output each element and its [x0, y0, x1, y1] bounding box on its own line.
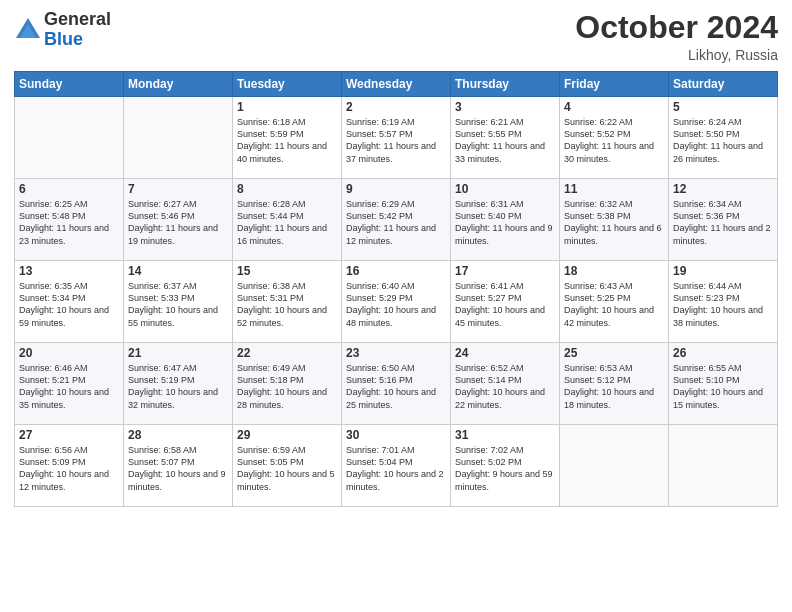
day-number: 9: [346, 182, 446, 196]
logo-blue-text: Blue: [44, 30, 111, 50]
calendar-table: Sunday Monday Tuesday Wednesday Thursday…: [14, 71, 778, 507]
day-info: Sunrise: 6:52 AMSunset: 5:14 PMDaylight:…: [455, 362, 555, 411]
title-block: October 2024 Likhoy, Russia: [575, 10, 778, 63]
day-number: 17: [455, 264, 555, 278]
table-row: 26 Sunrise: 6:55 AMSunset: 5:10 PMDaylig…: [669, 343, 778, 425]
calendar-week-row: 13 Sunrise: 6:35 AMSunset: 5:34 PMDaylig…: [15, 261, 778, 343]
table-row: [15, 97, 124, 179]
day-info: Sunrise: 6:43 AMSunset: 5:25 PMDaylight:…: [564, 280, 664, 329]
day-number: 14: [128, 264, 228, 278]
table-row: 14 Sunrise: 6:37 AMSunset: 5:33 PMDaylig…: [124, 261, 233, 343]
month-title: October 2024: [575, 10, 778, 45]
day-info: Sunrise: 6:29 AMSunset: 5:42 PMDaylight:…: [346, 198, 446, 247]
day-info: Sunrise: 6:56 AMSunset: 5:09 PMDaylight:…: [19, 444, 119, 493]
day-info: Sunrise: 6:53 AMSunset: 5:12 PMDaylight:…: [564, 362, 664, 411]
day-number: 16: [346, 264, 446, 278]
table-row: 18 Sunrise: 6:43 AMSunset: 5:25 PMDaylig…: [560, 261, 669, 343]
table-row: 13 Sunrise: 6:35 AMSunset: 5:34 PMDaylig…: [15, 261, 124, 343]
col-monday: Monday: [124, 72, 233, 97]
day-info: Sunrise: 6:59 AMSunset: 5:05 PMDaylight:…: [237, 444, 337, 493]
day-info: Sunrise: 6:44 AMSunset: 5:23 PMDaylight:…: [673, 280, 773, 329]
day-info: Sunrise: 6:24 AMSunset: 5:50 PMDaylight:…: [673, 116, 773, 165]
logo-icon: [14, 16, 42, 44]
day-number: 24: [455, 346, 555, 360]
day-info: Sunrise: 7:02 AMSunset: 5:02 PMDaylight:…: [455, 444, 555, 493]
day-number: 13: [19, 264, 119, 278]
day-number: 23: [346, 346, 446, 360]
day-info: Sunrise: 6:19 AMSunset: 5:57 PMDaylight:…: [346, 116, 446, 165]
day-info: Sunrise: 6:31 AMSunset: 5:40 PMDaylight:…: [455, 198, 555, 247]
day-number: 3: [455, 100, 555, 114]
col-sunday: Sunday: [15, 72, 124, 97]
table-row: 21 Sunrise: 6:47 AMSunset: 5:19 PMDaylig…: [124, 343, 233, 425]
day-info: Sunrise: 6:25 AMSunset: 5:48 PMDaylight:…: [19, 198, 119, 247]
logo-text: General Blue: [44, 10, 111, 50]
day-number: 31: [455, 428, 555, 442]
table-row: 7 Sunrise: 6:27 AMSunset: 5:46 PMDayligh…: [124, 179, 233, 261]
day-info: Sunrise: 6:46 AMSunset: 5:21 PMDaylight:…: [19, 362, 119, 411]
day-info: Sunrise: 6:27 AMSunset: 5:46 PMDaylight:…: [128, 198, 228, 247]
day-number: 28: [128, 428, 228, 442]
table-row: 17 Sunrise: 6:41 AMSunset: 5:27 PMDaylig…: [451, 261, 560, 343]
table-row: 10 Sunrise: 6:31 AMSunset: 5:40 PMDaylig…: [451, 179, 560, 261]
table-row: 5 Sunrise: 6:24 AMSunset: 5:50 PMDayligh…: [669, 97, 778, 179]
col-wednesday: Wednesday: [342, 72, 451, 97]
day-info: Sunrise: 6:50 AMSunset: 5:16 PMDaylight:…: [346, 362, 446, 411]
day-number: 15: [237, 264, 337, 278]
day-number: 21: [128, 346, 228, 360]
table-row: 1 Sunrise: 6:18 AMSunset: 5:59 PMDayligh…: [233, 97, 342, 179]
calendar-week-row: 6 Sunrise: 6:25 AMSunset: 5:48 PMDayligh…: [15, 179, 778, 261]
day-number: 11: [564, 182, 664, 196]
day-number: 12: [673, 182, 773, 196]
day-info: Sunrise: 6:32 AMSunset: 5:38 PMDaylight:…: [564, 198, 664, 247]
table-row: [560, 425, 669, 507]
table-row: 30 Sunrise: 7:01 AMSunset: 5:04 PMDaylig…: [342, 425, 451, 507]
table-row: [669, 425, 778, 507]
day-number: 22: [237, 346, 337, 360]
table-row: 16 Sunrise: 6:40 AMSunset: 5:29 PMDaylig…: [342, 261, 451, 343]
day-number: 30: [346, 428, 446, 442]
table-row: 15 Sunrise: 6:38 AMSunset: 5:31 PMDaylig…: [233, 261, 342, 343]
day-number: 29: [237, 428, 337, 442]
table-row: 8 Sunrise: 6:28 AMSunset: 5:44 PMDayligh…: [233, 179, 342, 261]
logo-general-text: General: [44, 10, 111, 30]
day-number: 1: [237, 100, 337, 114]
table-row: 4 Sunrise: 6:22 AMSunset: 5:52 PMDayligh…: [560, 97, 669, 179]
table-row: 20 Sunrise: 6:46 AMSunset: 5:21 PMDaylig…: [15, 343, 124, 425]
day-number: 18: [564, 264, 664, 278]
day-info: Sunrise: 6:35 AMSunset: 5:34 PMDaylight:…: [19, 280, 119, 329]
table-row: 31 Sunrise: 7:02 AMSunset: 5:02 PMDaylig…: [451, 425, 560, 507]
day-info: Sunrise: 6:58 AMSunset: 5:07 PMDaylight:…: [128, 444, 228, 493]
table-row: 11 Sunrise: 6:32 AMSunset: 5:38 PMDaylig…: [560, 179, 669, 261]
day-number: 19: [673, 264, 773, 278]
table-row: [124, 97, 233, 179]
location: Likhoy, Russia: [575, 47, 778, 63]
day-info: Sunrise: 6:40 AMSunset: 5:29 PMDaylight:…: [346, 280, 446, 329]
day-info: Sunrise: 6:34 AMSunset: 5:36 PMDaylight:…: [673, 198, 773, 247]
day-info: Sunrise: 6:47 AMSunset: 5:19 PMDaylight:…: [128, 362, 228, 411]
table-row: 19 Sunrise: 6:44 AMSunset: 5:23 PMDaylig…: [669, 261, 778, 343]
page: General Blue October 2024 Likhoy, Russia…: [0, 0, 792, 612]
table-row: 29 Sunrise: 6:59 AMSunset: 5:05 PMDaylig…: [233, 425, 342, 507]
table-row: 12 Sunrise: 6:34 AMSunset: 5:36 PMDaylig…: [669, 179, 778, 261]
day-info: Sunrise: 6:18 AMSunset: 5:59 PMDaylight:…: [237, 116, 337, 165]
calendar-week-row: 1 Sunrise: 6:18 AMSunset: 5:59 PMDayligh…: [15, 97, 778, 179]
day-info: Sunrise: 6:38 AMSunset: 5:31 PMDaylight:…: [237, 280, 337, 329]
day-info: Sunrise: 6:28 AMSunset: 5:44 PMDaylight:…: [237, 198, 337, 247]
logo: General Blue: [14, 10, 111, 50]
col-thursday: Thursday: [451, 72, 560, 97]
table-row: 23 Sunrise: 6:50 AMSunset: 5:16 PMDaylig…: [342, 343, 451, 425]
table-row: 22 Sunrise: 6:49 AMSunset: 5:18 PMDaylig…: [233, 343, 342, 425]
day-number: 20: [19, 346, 119, 360]
col-friday: Friday: [560, 72, 669, 97]
calendar-week-row: 27 Sunrise: 6:56 AMSunset: 5:09 PMDaylig…: [15, 425, 778, 507]
day-number: 8: [237, 182, 337, 196]
day-number: 25: [564, 346, 664, 360]
day-number: 4: [564, 100, 664, 114]
col-saturday: Saturday: [669, 72, 778, 97]
day-info: Sunrise: 6:22 AMSunset: 5:52 PMDaylight:…: [564, 116, 664, 165]
calendar-week-row: 20 Sunrise: 6:46 AMSunset: 5:21 PMDaylig…: [15, 343, 778, 425]
table-row: 6 Sunrise: 6:25 AMSunset: 5:48 PMDayligh…: [15, 179, 124, 261]
table-row: 3 Sunrise: 6:21 AMSunset: 5:55 PMDayligh…: [451, 97, 560, 179]
day-number: 5: [673, 100, 773, 114]
